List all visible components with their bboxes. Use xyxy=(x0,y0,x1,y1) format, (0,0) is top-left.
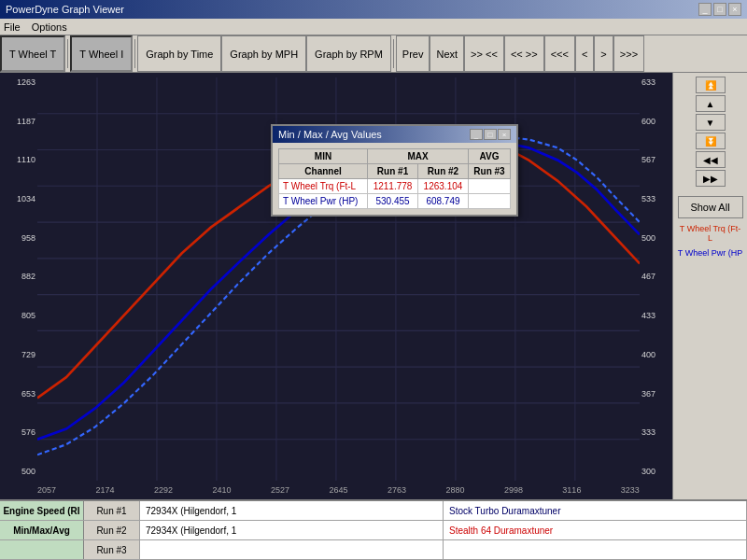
y-right-10: 300 xyxy=(641,467,670,476)
run1-value: 72934X (Hilgendorf, 1 xyxy=(140,501,444,520)
x-10: 3233 xyxy=(621,485,640,495)
y-left-3: 1034 xyxy=(2,194,35,203)
skip-bwd-button[interactable]: <<< xyxy=(544,35,575,72)
arrow-right-button[interactable]: > xyxy=(594,35,613,72)
y-axis-right: 633 600 567 533 500 467 433 400 367 333 … xyxy=(640,73,672,481)
dbl-left-btn[interactable]: ◀◀ xyxy=(696,151,726,168)
trq-channel-label: T Wheel Trq (Ft-L xyxy=(678,224,743,243)
separator-1 xyxy=(67,39,68,68)
x-5: 2645 xyxy=(329,485,347,495)
x-1: 2174 xyxy=(95,485,114,495)
x-8: 2998 xyxy=(504,485,523,495)
separator-2 xyxy=(134,39,135,68)
y-right-7: 400 xyxy=(641,350,670,359)
dbl-up-btn[interactable]: ⏫ xyxy=(696,77,726,93)
y-right-8: 367 xyxy=(641,389,670,399)
run3-value xyxy=(140,540,444,559)
modal-close-button[interactable]: × xyxy=(498,129,511,140)
right-panel: ⏫ ▲ ▼ ⏬ ◀◀ ▶▶ Show All T Wheel Trq (Ft-L… xyxy=(672,73,747,499)
separator-3 xyxy=(393,39,394,68)
toolbar: T Wheel T T Wheel I Graph by Time Graph … xyxy=(0,35,747,73)
y-right-9: 333 xyxy=(641,427,670,437)
up-btn[interactable]: ▲ xyxy=(696,95,726,112)
menu-file[interactable]: File xyxy=(4,21,21,33)
run2-label: Run #2 xyxy=(84,521,140,539)
y-right-1: 600 xyxy=(641,117,670,126)
modal-minimize-button[interactable]: _ xyxy=(470,129,483,140)
bottom-row-2: Min/Max/Avg Run #2 72934X (Hilgendorf, 1… xyxy=(0,521,747,540)
run3-desc xyxy=(444,540,747,559)
modal-dialog: Min / Max / Avg Values _ □ × MIN MAX AVG xyxy=(271,124,518,217)
maximize-button[interactable]: □ xyxy=(713,3,726,16)
modal-title-text: Min / Max / Avg Values xyxy=(278,129,382,140)
modal-title-bar: Min / Max / Avg Values _ □ × xyxy=(273,126,516,143)
x-axis: 2057 2174 2292 2410 2527 2645 2763 2880 … xyxy=(37,481,640,499)
y-left-9: 576 xyxy=(2,427,35,437)
dbl-right-btn[interactable]: ▶▶ xyxy=(696,170,726,187)
prev-button[interactable]: Prev xyxy=(396,35,430,72)
title-text: PowerDyne Graph Viewer xyxy=(6,4,124,15)
run1-desc: Stock Turbo Duramaxtuner xyxy=(444,501,747,520)
graph-by-mph-button[interactable]: Graph by MPH xyxy=(221,35,306,72)
modal-header-avg: AVG xyxy=(468,149,510,164)
run2-desc: Stealth 64 Duramaxtuner xyxy=(444,521,747,539)
row2-run1: 530.455 xyxy=(368,194,418,209)
y-left-8: 653 xyxy=(2,389,35,399)
run2-value: 72934X (Hilgendorf, 1 xyxy=(140,521,444,539)
run1-label: Run #1 xyxy=(84,501,140,520)
run3-label: Run #3 xyxy=(84,540,140,559)
modal-sub-run3: Run #3 xyxy=(468,164,510,179)
bottom-row-1: Engine Speed (RI Run #1 72934X (Hilgendo… xyxy=(0,501,747,521)
row2-run2: 608.749 xyxy=(418,194,469,209)
arrow-left-button[interactable]: < xyxy=(575,35,594,72)
x-9: 3116 xyxy=(562,485,581,495)
x-4: 2527 xyxy=(271,485,289,495)
y-left-7: 729 xyxy=(2,350,35,359)
t-wheel-i-button[interactable]: T Wheel I xyxy=(70,35,133,72)
y-right-3: 533 xyxy=(641,194,670,203)
y-left-5: 882 xyxy=(2,272,35,281)
fast-bwd-button[interactable]: << >> xyxy=(504,35,544,72)
graph-by-time-button[interactable]: Graph by Time xyxy=(137,35,221,72)
row1-run3 xyxy=(468,179,510,194)
menu-bar: File Options xyxy=(0,19,747,35)
title-bar-buttons: _ □ × xyxy=(698,3,741,16)
y-right-2: 567 xyxy=(641,155,670,164)
row1-channel: T Wheel Trq (Ft-L xyxy=(279,179,368,194)
min-max-avg-label: Min/Max/Avg xyxy=(0,521,84,539)
bottom-row-3: Run #3 xyxy=(0,540,747,560)
y-left-6: 805 xyxy=(2,311,35,320)
graph-by-rpm-button[interactable]: Graph by RPM xyxy=(306,35,391,72)
fast-fwd-button[interactable]: >> << xyxy=(464,35,504,72)
modal-sub-channel: Channel xyxy=(279,164,368,179)
x-6: 2763 xyxy=(388,485,406,495)
modal-table: MIN MAX AVG Channel Run #1 Run #2 Run #3 xyxy=(278,148,511,209)
modal-sub-run1: Run #1 xyxy=(368,164,418,179)
modal-sub-run2: Run #2 xyxy=(418,164,469,179)
y-right-6: 433 xyxy=(641,311,670,320)
next-button[interactable]: Next xyxy=(430,35,464,72)
y-right-0: 633 xyxy=(641,77,670,87)
menu-options[interactable]: Options xyxy=(32,21,67,33)
modal-title-buttons: _ □ × xyxy=(470,129,511,140)
minimize-button[interactable]: _ xyxy=(698,3,712,16)
y-left-10: 500 xyxy=(2,467,35,476)
row2-channel: T Wheel Pwr (HP) xyxy=(279,194,368,209)
modal-header-max: MAX xyxy=(368,149,469,164)
close-button[interactable]: × xyxy=(728,3,741,16)
down-btn[interactable]: ▼ xyxy=(696,114,726,131)
y-right-4: 500 xyxy=(641,233,670,243)
modal-header-min: MIN xyxy=(279,149,368,164)
y-left-4: 958 xyxy=(2,233,35,243)
x-0: 2057 xyxy=(37,485,56,495)
skip-fwd-button[interactable]: >>> xyxy=(613,35,644,72)
row1-run1: 1211.778 xyxy=(368,179,418,194)
y-left-0: 1263 xyxy=(2,77,35,87)
dbl-down-btn[interactable]: ⏬ xyxy=(696,133,726,149)
modal-body: MIN MAX AVG Channel Run #1 Run #2 Run #3 xyxy=(273,143,516,215)
modal-maximize-button[interactable]: □ xyxy=(484,129,497,140)
y-left-1: 1187 xyxy=(2,117,35,126)
show-all-button[interactable]: Show All xyxy=(678,196,743,218)
row2-run3 xyxy=(468,194,510,209)
t-wheel-t-button[interactable]: T Wheel T xyxy=(0,35,65,72)
